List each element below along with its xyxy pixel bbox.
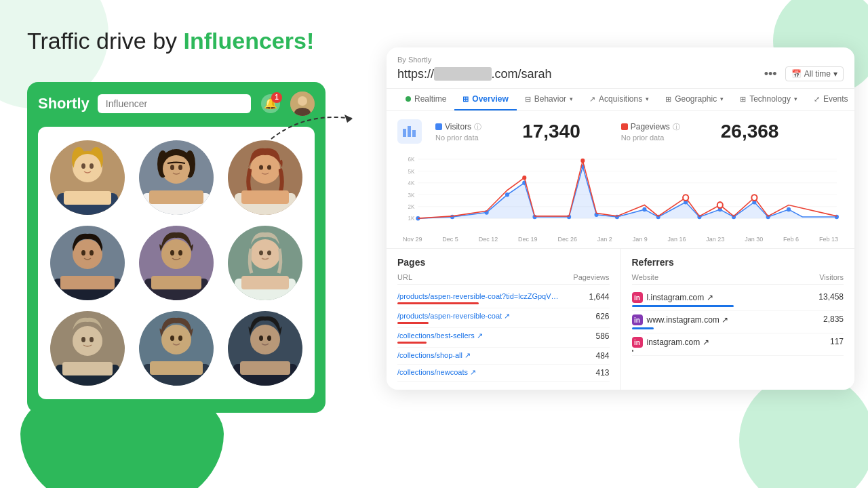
svg-rect-73: [403, 129, 406, 137]
url-actions: ••• 📅 All time ▾: [764, 66, 844, 81]
page-row-4: /collections/shop-all ↗ 484: [397, 348, 610, 365]
svg-point-60: [163, 326, 190, 353]
svg-rect-43: [151, 276, 201, 289]
influencer-grid: [49, 140, 304, 386]
pages-panel: Pages URL Pageviews /products/aspen-reve…: [387, 249, 621, 390]
chart-labels: Nov 29 Dec 5 Dec 12 Dec 19 Dec 26 Jan 2 …: [397, 236, 844, 243]
behavior-caret: ▾: [570, 96, 573, 102]
analytics-nav: Realtime ⊞ Overview ⊟ Behavior ▾ ↗ Acqui…: [387, 89, 854, 111]
instagram-icon-2: in: [632, 314, 643, 325]
svg-point-41: [178, 250, 182, 256]
chevron-down-icon: ▾: [833, 69, 837, 79]
influencer-8[interactable]: [139, 311, 214, 386]
ref-url-1[interactable]: l.instagram.com ↗: [647, 293, 713, 302]
influencer-1[interactable]: [50, 140, 125, 215]
tab-events-label: Events: [823, 94, 848, 104]
chart-svg: 6K 5K 4K 3K 2K 1K: [397, 152, 844, 233]
svg-point-68: [259, 336, 263, 341]
svg-point-32: [74, 241, 101, 268]
geographic-icon: ⊞: [665, 95, 671, 104]
page-bar-2: [397, 322, 429, 324]
influencer-4[interactable]: [50, 226, 125, 300]
calendar-icon: 📅: [791, 69, 802, 79]
influencer-5[interactable]: [139, 226, 214, 300]
svg-point-47: [259, 250, 263, 255]
svg-rect-29: [241, 190, 289, 204]
url-bar: https://██████.com/sarah ••• 📅 All time …: [397, 66, 844, 81]
tab-behavior[interactable]: ⊟ Behavior ▾: [517, 89, 581, 110]
svg-point-1: [298, 96, 307, 106]
tab-technology[interactable]: ⊞ Technology ▾: [732, 89, 806, 110]
ref-row-2: in www.instagram.com ↗ 2,835: [632, 311, 844, 333]
pageviews-value: 26,368: [721, 121, 779, 142]
by-shortly: By Shortly: [397, 56, 844, 64]
search-input[interactable]: [98, 94, 251, 113]
instagram-icon-3: in: [632, 337, 643, 348]
svg-text:3K: 3K: [408, 191, 414, 198]
svg-rect-57: [62, 362, 113, 375]
influencer-3[interactable]: [228, 140, 302, 215]
svg-rect-36: [60, 276, 115, 289]
page-url-1[interactable]: /products/aspen-reversible-coat?tid=lczZ…: [397, 292, 560, 301]
pageviews-stat: Pageviews ⓘ No prior data: [621, 122, 680, 142]
url-display: https://██████.com/sarah: [397, 67, 552, 81]
influencer-9[interactable]: [228, 311, 302, 386]
tab-geographic[interactable]: ⊞ Geographic ▾: [657, 89, 732, 110]
ref-url-2[interactable]: www.instagram.com ↗: [647, 315, 729, 325]
visitors-stat: Visitors ⓘ No prior data: [435, 122, 481, 142]
svg-rect-75: [412, 130, 416, 137]
svg-point-67: [252, 326, 279, 353]
x-label-7: Jan 16: [668, 236, 686, 243]
svg-point-53: [74, 327, 101, 354]
svg-point-26: [259, 165, 263, 169]
pageviews-info-icon[interactable]: ⓘ: [673, 122, 680, 132]
tab-overview[interactable]: ⊞ Overview: [454, 89, 516, 110]
page-bar-1: [397, 302, 479, 304]
tab-realtime[interactable]: Realtime: [397, 89, 454, 110]
bottom-panels: Pages URL Pageviews /products/aspen-reve…: [387, 248, 854, 390]
time-range-selector[interactable]: 📅 All time ▾: [785, 66, 844, 81]
x-label-3: Dec 19: [518, 236, 538, 243]
influencer-7[interactable]: [50, 311, 125, 386]
more-button[interactable]: •••: [764, 67, 777, 81]
x-label-2: Dec 12: [479, 236, 498, 243]
ref-row-3: in instagram.com ↗ 117: [632, 333, 844, 356]
page-count-2: 626: [595, 312, 609, 321]
x-label-6: Jan 9: [633, 236, 648, 243]
page-url-5[interactable]: /collections/newcoats ↗: [397, 368, 476, 377]
svg-rect-64: [150, 361, 203, 375]
visitors-value: 17,340: [522, 121, 580, 142]
influencer-grid-wrapper: [38, 127, 315, 399]
page-url-4[interactable]: /collections/shop-all ↗: [397, 351, 471, 360]
visitors-info-icon[interactable]: ⓘ: [474, 122, 481, 132]
page-count-3: 586: [595, 331, 609, 341]
page-row-1: /products/aspen-reversible-coat?tid=lczZ…: [397, 289, 610, 308]
page-count-1: 1,644: [589, 292, 609, 302]
referrers-header: Website Visitors: [632, 273, 844, 285]
x-label-10: Feb 6: [783, 236, 799, 243]
geographic-caret: ▾: [720, 96, 724, 102]
x-label-9: Jan 30: [745, 236, 763, 243]
svg-rect-22: [149, 190, 203, 204]
influencer-6[interactable]: [228, 226, 302, 300]
page-bar-3: [397, 342, 427, 344]
pages-col-url: URL: [397, 273, 412, 281]
page-url-3[interactable]: /collections/best-sellers ↗: [397, 331, 483, 340]
technology-icon: ⊞: [740, 95, 746, 104]
ref-bar-3: [632, 350, 633, 352]
referrers-col-visitors: Visitors: [819, 273, 844, 281]
influencer-2[interactable]: [139, 140, 214, 215]
pages-header: URL Pageviews: [397, 273, 610, 285]
svg-point-91: [505, 192, 509, 197]
ref-site-1: in l.instagram.com ↗: [632, 292, 734, 303]
visitors-label: Visitors: [445, 122, 471, 131]
svg-rect-74: [408, 126, 411, 137]
page-url-2[interactable]: /products/aspen-reversible-coat ↗: [397, 312, 510, 321]
referrers-title: Referrers: [632, 257, 844, 268]
ref-url-3[interactable]: instagram.com ↗: [647, 338, 709, 347]
tab-acquisitions[interactable]: ↗ Acquisitions ▾: [581, 89, 657, 110]
svg-point-33: [81, 250, 85, 256]
tab-events[interactable]: ⤢ Events: [806, 89, 854, 110]
svg-point-27: [267, 165, 271, 169]
svg-point-18: [163, 155, 190, 182]
